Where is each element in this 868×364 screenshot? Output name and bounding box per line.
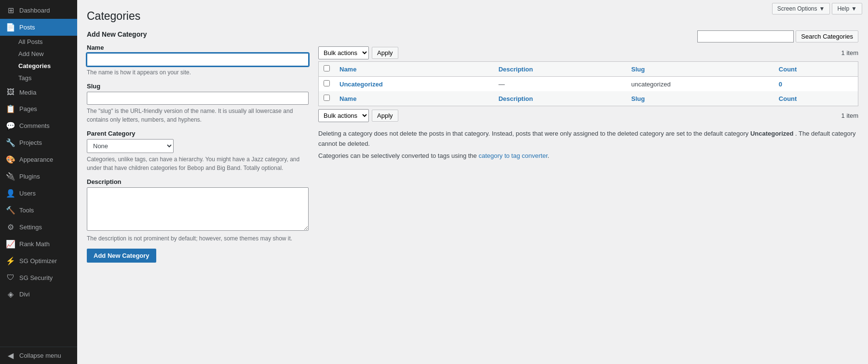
sidebar-item-plugins[interactable]: 🔌 Plugins (0, 168, 77, 185)
sidebar-item-label: Users (19, 190, 36, 197)
tools-icon: 🔨 (6, 206, 15, 215)
sidebar-item-comments[interactable]: 💬 Comments (0, 117, 77, 134)
topbar: Screen Options ▼ Help ▼ (766, 0, 868, 17)
slug-input[interactable] (87, 92, 309, 105)
users-icon: 👤 (6, 189, 15, 198)
col-slug-bottom[interactable]: Slug (626, 91, 774, 106)
pages-icon: 📋 (6, 104, 15, 113)
sidebar-item-label: Rank Math (19, 240, 50, 248)
sidebar-sub-item-add-new[interactable]: Add New (0, 48, 77, 60)
appearance-icon: 🎨 (6, 155, 15, 164)
sidebar: ⊞ Dashboard 📄 Posts All Posts Add New Ca… (0, 0, 77, 364)
sidebar-item-appearance[interactable]: 🎨 Appearance (0, 151, 77, 168)
apply-button-bottom[interactable]: Apply (372, 110, 398, 122)
sidebar-item-sgsecurity[interactable]: 🛡 SG Security (0, 269, 77, 286)
categories-table-panel: Search Categories Bulk actions Apply 1 i… (318, 30, 858, 161)
help-button[interactable]: Help ▼ (832, 3, 862, 14)
projects-icon: 🔧 (6, 138, 15, 147)
sidebar-sub-item-tags[interactable]: Tags (0, 72, 77, 84)
name-input[interactable] (87, 53, 309, 66)
description-label: Description (87, 178, 309, 185)
sidebar-item-label: SG Security (19, 274, 53, 281)
bulk-actions-select-bottom[interactable]: Bulk actions (318, 109, 369, 122)
collapse-label: Collapse menu (19, 352, 61, 359)
description-input[interactable] (87, 187, 309, 231)
sidebar-item-label: Posts (19, 24, 35, 31)
category-slug: uncategorized (626, 77, 774, 92)
bulk-actions-select-top[interactable]: Bulk actions (318, 46, 369, 59)
parent-hint: Categories, unlike tags, can have a hier… (87, 155, 309, 172)
sidebar-item-divi[interactable]: ◈ Divi (0, 286, 77, 303)
category-description: — (494, 77, 626, 92)
description-hint: The description is not prominent by defa… (87, 234, 309, 243)
parent-select[interactable]: None (87, 139, 174, 153)
sidebar-item-dashboard[interactable]: ⊞ Dashboard (0, 2, 77, 19)
categories-table: Name Description Slug Count (318, 61, 858, 106)
sidebar-item-label: SG Optimizer (19, 257, 57, 265)
col-slug[interactable]: Slug (626, 62, 774, 77)
col-count-bottom[interactable]: Count (774, 91, 858, 106)
screen-options-button[interactable]: Screen Options ▼ (772, 3, 830, 14)
search-categories-button[interactable]: Search Categories (796, 30, 858, 42)
parent-label: Parent Category (87, 130, 309, 137)
add-new-category-button[interactable]: Add New Category (87, 249, 156, 263)
sidebar-item-settings[interactable]: ⚙ Settings (0, 219, 77, 236)
sidebar-sub-item-categories[interactable]: Categories (0, 60, 77, 72)
sidebar-item-users[interactable]: 👤 Users (0, 185, 77, 202)
table-row: Uncategorized — uncategorized 0 (319, 77, 858, 92)
col-description-bottom[interactable]: Description (494, 91, 626, 106)
rankmath-icon: 📈 (6, 239, 15, 249)
col-count[interactable]: Count (774, 62, 858, 77)
row-checkbox[interactable] (324, 80, 330, 86)
item-count-top: 1 item (841, 49, 858, 56)
sidebar-item-label: Settings (19, 224, 42, 231)
col-description[interactable]: Description (494, 62, 626, 77)
settings-icon: ⚙ (6, 223, 15, 232)
slug-hint: The "slug" is the URL-friendly version o… (87, 107, 309, 124)
name-label: Name (87, 44, 309, 51)
select-all-checkbox-bottom[interactable] (324, 95, 330, 101)
col-name-bottom[interactable]: Name (335, 91, 494, 106)
add-category-form: Add New Category Name The name is how it… (87, 30, 309, 263)
bulk-actions-top: Bulk actions Apply 1 item (318, 46, 858, 59)
info-note: Deleting a category does not delete the … (318, 129, 858, 161)
select-all-checkbox-top[interactable] (324, 65, 330, 71)
sidebar-item-posts[interactable]: 📄 Posts (0, 19, 77, 36)
category-name-link[interactable]: Uncategorized (339, 81, 383, 88)
sgoptimizer-icon: ⚡ (6, 256, 15, 266)
category-to-tag-converter-link[interactable]: category to tag converter (478, 152, 547, 159)
collapse-menu-item[interactable]: ◀ Collapse menu (0, 347, 77, 364)
sidebar-item-label: Comments (19, 122, 50, 129)
apply-button-top[interactable]: Apply (372, 47, 398, 59)
sidebar-item-label: Divi (19, 291, 30, 298)
sidebar-item-label: Dashboard (19, 7, 50, 14)
posts-icon: 📄 (6, 23, 15, 32)
divi-icon: ◈ (6, 290, 15, 299)
sidebar-item-label: Media (19, 89, 36, 96)
dashboard-icon: ⊞ (6, 6, 15, 15)
sidebar-item-label: Plugins (19, 173, 40, 180)
form-heading: Add New Category (87, 30, 309, 38)
media-icon: 🖼 (6, 88, 15, 97)
help-chevron-icon: ▼ (851, 5, 857, 12)
sidebar-item-label: Pages (19, 105, 37, 112)
sidebar-item-label: Appearance (19, 156, 53, 163)
sidebar-item-pages[interactable]: 📋 Pages (0, 100, 77, 117)
comments-icon: 💬 (6, 121, 15, 130)
sidebar-item-label: Tools (19, 207, 34, 214)
search-input[interactable] (697, 30, 794, 42)
category-count-link[interactable]: 0 (779, 81, 782, 88)
bulk-actions-bottom: Bulk actions Apply 1 item (318, 109, 858, 122)
col-name[interactable]: Name (335, 62, 494, 77)
sidebar-item-projects[interactable]: 🔧 Projects (0, 134, 77, 151)
sidebar-item-tools[interactable]: 🔨 Tools (0, 202, 77, 219)
sidebar-item-rankmath[interactable]: 📈 Rank Math (0, 236, 77, 252)
sidebar-sub-item-all-posts[interactable]: All Posts (0, 36, 77, 48)
slug-label: Slug (87, 83, 309, 90)
main-content: Screen Options ▼ Help ▼ Categories Add N… (77, 0, 868, 364)
sidebar-item-media[interactable]: 🖼 Media (0, 84, 77, 100)
sidebar-item-sgoptimizer[interactable]: ⚡ SG Optimizer (0, 252, 77, 269)
plugins-icon: 🔌 (6, 172, 15, 181)
item-count-bottom: 1 item (841, 112, 858, 119)
screen-options-chevron-icon: ▼ (819, 5, 825, 12)
